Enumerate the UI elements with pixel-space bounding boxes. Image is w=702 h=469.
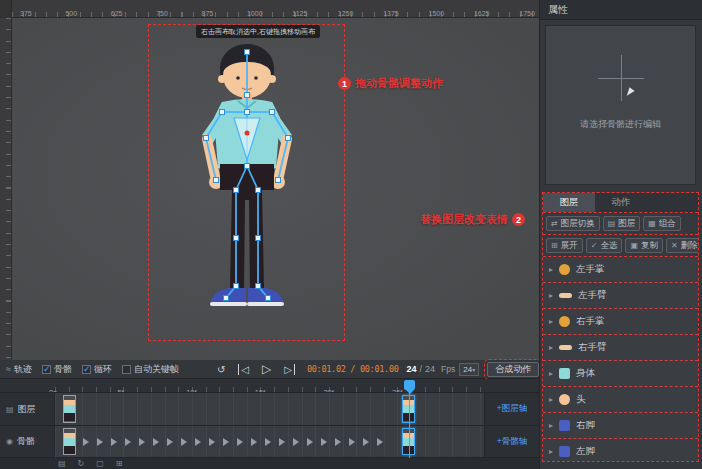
bone-track-area[interactable] [55,426,484,457]
keyframe-arrow[interactable] [279,438,285,446]
group-icon: ▦ [648,219,656,228]
layer-keyframe-thumbnail[interactable] [63,395,76,423]
left-hand-icon [559,264,570,275]
keyframe-arrow[interactable] [307,438,313,446]
character-figure[interactable] [150,38,345,338]
keyframe-arrow[interactable] [237,438,243,446]
chevron-right-icon[interactable]: ▸ [549,421,553,430]
keyframe-arrow[interactable] [349,438,355,446]
transport-controls: ↺ ◁ ▷ ▷ [217,362,295,376]
chevron-down-icon: ▾ [472,366,475,373]
keyframe-arrow[interactable] [195,438,201,446]
layer-item-right-hand[interactable]: ▸ 右手掌 [543,309,698,335]
chevron-right-icon[interactable]: ▸ [549,343,553,352]
layer-item-left-foot[interactable]: ▸ 左脚 [543,439,698,462]
chevron-right-icon[interactable]: ▸ [549,395,553,404]
layer-track-text: 图层 [18,403,36,416]
timeline-ruler[interactable]: 0s5f10f15f20f25f [0,379,539,393]
ruler-corner [0,0,12,18]
layer-item-right-arm[interactable]: ▸ 右手臂 [543,335,698,361]
empty-state-hint: 请选择骨骼进行编辑 [546,118,695,131]
properties-panel: 属性 请选择骨骼进行编辑 图层 动作 ⇄ 图层切换 ▤ 图层 [539,0,702,469]
chevron-right-icon[interactable]: ▸ [549,317,553,326]
keyframe-arrow[interactable] [377,438,383,446]
keyframe-arrow[interactable] [335,438,341,446]
layer-item-right-foot[interactable]: ▸ 右脚 [543,413,698,439]
keyframe-arrow[interactable] [167,438,173,446]
select-all-button[interactable]: ✓ 全选 [586,238,623,253]
panel-tabs: 图层 动作 [543,193,698,213]
bone-track-text: 骨骼 [17,435,35,448]
chevron-right-icon[interactable]: ▸ [549,447,553,456]
copy-button[interactable]: ▣ 复制 [625,238,663,253]
refresh-icon[interactable]: ↻ [78,459,85,468]
keyframe-arrow[interactable] [293,438,299,446]
layer-item-left-hand[interactable]: ▸ 左手掌 [543,257,698,283]
delete-button[interactable]: ✕ 删除 [666,238,699,253]
rewind-button[interactable]: ↺ [217,364,225,375]
loop-checkbox-label: 循环 [94,363,112,376]
stage-canvas[interactable]: 右击画布取消选中,右键拖拽移动画布 [0,18,539,360]
annotation-badge-2: 2 [512,213,525,226]
chevron-right-icon[interactable]: ▸ [549,291,553,300]
fps-label: Fps [441,364,455,374]
bones-checkbox[interactable]: 骨骼 [42,363,72,376]
annotation-text-1: 拖动骨骼调整动作 [355,76,443,91]
add-bone-track-button[interactable]: +骨骼轴 [484,426,539,457]
track-toggle[interactable]: ≈ 轨迹 [6,363,32,376]
playhead-handle[interactable] [404,380,415,390]
keyframe-arrow[interactable] [139,438,145,446]
vertical-ruler [0,18,12,360]
tab-layers[interactable]: 图层 [543,193,595,212]
keyframe-arrow[interactable] [363,438,369,446]
keyframe-arrow[interactable] [97,438,103,446]
keyframe-arrow[interactable] [321,438,327,446]
add-layer-track-button[interactable]: +图层轴 [484,393,539,425]
track-toggle-label: 轨迹 [14,363,32,376]
frame-current: 24 [407,364,417,374]
switch-layer-button[interactable]: ⇄ 图层切换 [546,216,600,231]
layer-track-area[interactable] [55,393,484,425]
autokey-checkbox[interactable]: 自动关键帧 [122,363,179,376]
loop-checkbox[interactable]: 循环 [82,363,112,376]
timeline-tracks: ▤ 图层 +图层轴 ◉ 骨骼 +骨骼轴 [0,393,539,458]
play-button[interactable]: ▷ [262,362,271,376]
keyframe-arrow[interactable] [83,438,89,446]
keyframe-arrow[interactable] [111,438,117,446]
keyframe-arrow[interactable] [125,438,131,446]
checkbox-icon [42,365,51,374]
trajectory-icon: ≈ [6,364,11,374]
keyframe-arrow[interactable] [181,438,187,446]
keyframe-arrow[interactable] [153,438,159,446]
left-foot-icon [559,446,570,457]
keyframe-arrow[interactable] [209,438,215,446]
keyframe-arrow[interactable] [251,438,257,446]
tab-actions[interactable]: 动作 [595,193,647,212]
layer-item-head[interactable]: ▸ 头 [543,387,698,413]
bone-track-label[interactable]: ◉ 骨骼 [0,426,55,457]
layers-icon: ▤ [6,405,14,414]
group-button[interactable]: ▦ 组合 [643,216,681,231]
grid-icon[interactable]: ⊞ [116,459,123,468]
keyframe-arrow[interactable] [265,438,271,446]
step-back-button[interactable]: ◁ [238,364,249,375]
compose-action-button[interactable]: 合成动作 [487,362,539,377]
fps-dropdown[interactable]: 24 ▾ [459,363,479,376]
ruler-labels: 3755006257508751000112512501375150016251… [12,2,539,18]
layer-button[interactable]: ▤ 图层 [603,216,641,231]
expand-button[interactable]: ⊞ 展开 [546,238,583,253]
annotation-drag-bones: 1 拖动骨骼调整动作 [338,76,443,91]
chevron-right-icon[interactable]: ▸ [549,369,553,378]
frame-labels: 0s5f10f15f20f25f [49,381,461,393]
check-icon: ✓ [591,241,598,250]
layer-item-body[interactable]: ▸ 身体 [543,361,698,387]
chevron-right-icon[interactable]: ▸ [549,265,553,274]
layer-item-left-arm[interactable]: ▸ 左手臂 [543,283,698,309]
layer-manager: 图层 动作 ⇄ 图层切换 ▤ 图层 ▦ 组合 ⊞ [542,192,699,462]
frame-box-icon[interactable]: ▢ [96,459,104,468]
bone-keyframe-thumbnail[interactable] [63,428,76,455]
layer-track-label[interactable]: ▤ 图层 [0,393,55,425]
keyframe-arrow[interactable] [223,438,229,446]
step-forward-button[interactable]: ▷ [284,364,295,375]
layers-small-icon[interactable]: ▤ [58,459,66,468]
